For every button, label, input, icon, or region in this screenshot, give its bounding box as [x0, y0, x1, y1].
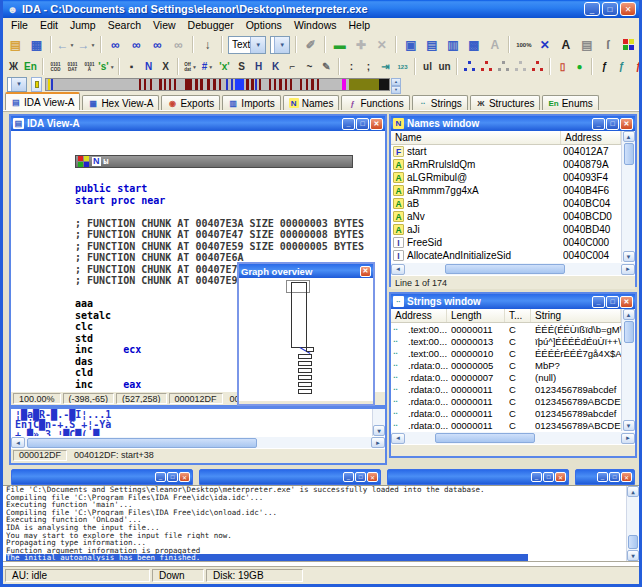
erase-button[interactable]: ✐: [300, 34, 321, 55]
names-row[interactable]: Fstart004012A7: [391, 145, 621, 158]
strings-row[interactable]: ∙∙.text:00...00000010CÉÉÉÉrÉÉÉ7gå4X$A: [391, 347, 621, 359]
column-length[interactable]: Length: [447, 309, 505, 322]
hex-hscrollbar[interactable]: ◄ ►: [11, 436, 385, 448]
tile-windows-button[interactable]: ▤: [421, 34, 442, 55]
restore-button[interactable]: _: [597, 472, 608, 482]
comment-button[interactable]: ✎: [318, 59, 335, 75]
jump-target-combo[interactable]: ▼: [7, 77, 27, 92]
maximize-button[interactable]: □: [602, 2, 618, 16]
strings-vscroll-thumb[interactable]: [624, 321, 634, 343]
names-row[interactable]: AaRmRrulsldQm0040879A: [391, 158, 621, 171]
names-list[interactable]: Fstart004012A7AaRmRrulsldQm0040879AAaLGR…: [391, 145, 621, 262]
tab-imports[interactable]: ▥Imports: [222, 95, 280, 110]
search-text-button[interactable]: ∞: [147, 34, 168, 55]
menu-jump[interactable]: Jump: [64, 19, 102, 31]
calculator-button[interactable]: ▩: [463, 34, 484, 55]
patch-byte-button[interactable]: ▪: [123, 59, 140, 75]
scroll-left-icon[interactable]: ◄: [11, 437, 25, 448]
names-minimize-button[interactable]: _: [592, 118, 605, 130]
repeatable-comment-button[interactable]: ;: [360, 59, 377, 75]
minimize-button[interactable]: _: [584, 2, 600, 16]
menu-options[interactable]: Options: [240, 19, 288, 31]
char-button[interactable]: 'x': [216, 59, 233, 75]
segment-button[interactable]: S: [233, 59, 250, 75]
add-item-button[interactable]: ✚: [350, 34, 371, 55]
make-code-button[interactable]: 0101COD: [47, 59, 64, 75]
strings-row[interactable]: ∙∙.text:00...00000013Cïþú^]ÉÉÉÉdÉüÙï++\b…: [391, 335, 621, 347]
make-array-button[interactable]: 0101Ā: [81, 59, 98, 75]
tab-hex-view-a[interactable]: ▦Hex View-A: [82, 95, 159, 110]
create-function-button[interactable]: ƒ: [596, 59, 613, 75]
graph-layout-button[interactable]: A: [555, 34, 576, 55]
minimized-window-2[interactable]: _□✕: [199, 469, 381, 485]
minimized-window-3[interactable]: _□✕: [387, 469, 569, 485]
number-button[interactable]: #▼: [199, 59, 216, 75]
scroll-up-icon[interactable]: ▲: [623, 131, 635, 142]
strings-hscroll-thumb[interactable]: [435, 433, 535, 443]
restore-button[interactable]: _: [155, 472, 166, 482]
disasm-line[interactable]: ; FUNCTION CHUNK AT 00407E47 SIZE 000000…: [75, 229, 364, 241]
scroll-down-icon[interactable]: ▼: [373, 425, 385, 436]
close-button[interactable]: ✕: [621, 472, 632, 482]
output-line[interactable]: Compiling file 'C:\Program Files\IDA Fre…: [6, 494, 639, 502]
search-text-combo[interactable]: ▼: [270, 36, 290, 54]
tab-names[interactable]: NNames: [283, 95, 340, 110]
disasm-line[interactable]: public start: [75, 183, 364, 195]
names-titlebar[interactable]: N Names window _ □ ✕: [391, 116, 635, 131]
names-close-button[interactable]: ✕: [620, 118, 633, 130]
chevron-down-icon[interactable]: ▼: [70, 42, 75, 48]
tab-strings[interactable]: ∙∙Strings: [412, 95, 468, 110]
strings-maximize-button[interactable]: □: [606, 296, 619, 308]
strings-row[interactable]: ∙∙.rdata:0...00000011C0123456789abcdef: [391, 407, 621, 419]
strings-row[interactable]: ∙∙.rdata:0...00000011C0123456789abcdef: [391, 383, 621, 395]
close-button[interactable]: ✕: [367, 472, 378, 482]
strings-minimize-button[interactable]: _: [592, 296, 605, 308]
ida-view-maximize-button[interactable]: □: [356, 118, 369, 130]
graph-overview-canvas[interactable]: [239, 278, 373, 401]
flow-chart-button[interactable]: [461, 59, 478, 75]
open-file-button[interactable]: ▤: [5, 34, 26, 55]
names-row[interactable]: AaNv0040BCD0: [391, 210, 621, 223]
names-row[interactable]: AaJi0040BD40: [391, 223, 621, 236]
chevron-down-icon[interactable]: ▼: [250, 37, 265, 53]
search-type-combo[interactable]: Text▼: [228, 36, 266, 54]
close-button[interactable]: ✕: [620, 2, 636, 16]
column-string[interactable]: String: [531, 309, 621, 322]
disasm-line[interactable]: ; FUNCTION CHUNK AT 00407E59 SIZE 000000…: [75, 241, 364, 253]
output-line[interactable]: Compiling file 'C:\Program Files\IDA Fre…: [6, 509, 639, 517]
output-line[interactable]: You may start to explore the input file …: [6, 532, 639, 540]
options-wrench-button[interactable]: ſ: [597, 34, 618, 55]
names-hscrollbar[interactable]: ◄ ►: [391, 262, 635, 275]
restore-button[interactable]: _: [531, 472, 542, 482]
menu-edit[interactable]: Edit: [34, 19, 64, 31]
xrefs-from-button[interactable]: [512, 59, 529, 75]
menu-help[interactable]: Help: [342, 19, 376, 31]
back-button[interactable]: ←▼: [55, 34, 76, 55]
tab-exports[interactable]: ◉Exports: [161, 95, 220, 110]
names-row[interactable]: AaLGRmibul@004093F4: [391, 171, 621, 184]
scroll-up-icon[interactable]: ▲: [627, 486, 639, 497]
output-line[interactable]: Propagating type information...: [6, 539, 639, 547]
chevron-down-icon[interactable]: ▼: [91, 42, 96, 48]
chevron-down-icon[interactable]: ▼: [11, 78, 26, 91]
output-line[interactable]: Function argument information is propaga…: [6, 547, 639, 555]
navband-scroll[interactable]: ▲▼: [391, 78, 401, 91]
search-again-button[interactable]: ∞: [168, 34, 189, 55]
xrefs-to-button[interactable]: [495, 59, 512, 75]
tab-structures[interactable]: ЖStructures: [470, 95, 541, 110]
hex-hscroll-thumb[interactable]: [27, 438, 257, 448]
node-ul-icon[interactable]: ы: [104, 157, 109, 166]
output-line[interactable]: The initial autoanalysis has been finish…: [6, 554, 528, 561]
jump-to-address-button[interactable]: ↓: [197, 34, 218, 55]
delete-item-button[interactable]: ✕: [371, 34, 392, 55]
ida-view-close-button[interactable]: ✕: [370, 118, 383, 130]
window-list-button[interactable]: ▥: [442, 34, 463, 55]
chevron-down-icon[interactable]: ▼: [110, 64, 115, 70]
run-script-button[interactable]: ●: [571, 59, 588, 75]
maximize-button[interactable]: □: [543, 472, 554, 482]
column-address[interactable]: Address: [391, 309, 447, 322]
delete-function-button[interactable]: ƒ: [630, 59, 642, 75]
output-vscroll-thumb[interactable]: [628, 535, 638, 549]
strings-close-button[interactable]: ✕: [620, 296, 633, 308]
strings-row[interactable]: ∙∙.rdata:0...00000005CMbP?: [391, 359, 621, 371]
